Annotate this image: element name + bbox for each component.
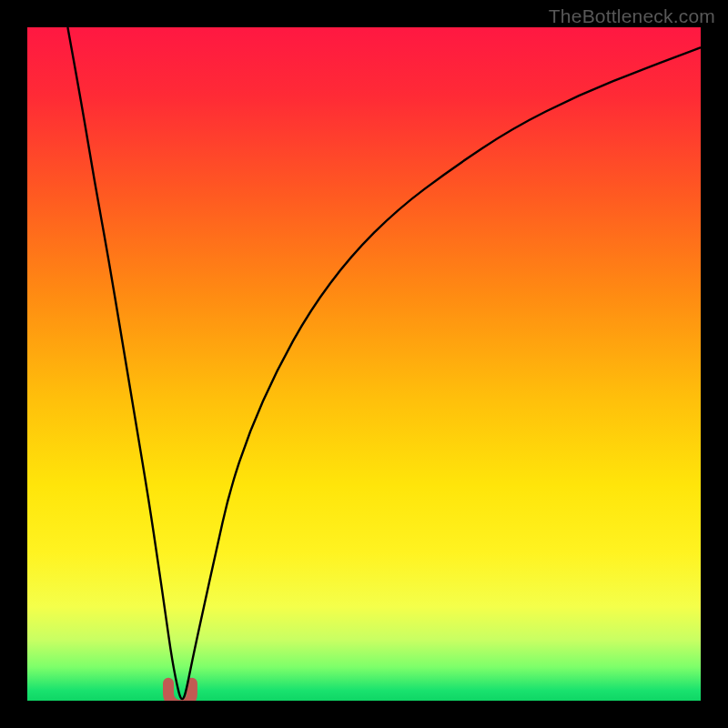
- curve-layer: [27, 27, 701, 701]
- watermark-text: TheBottleneck.com: [549, 5, 715, 27]
- bottleneck-curve: [67, 27, 701, 699]
- outer-frame: TheBottleneck.com: [0, 0, 728, 728]
- plot-area: [27, 27, 701, 701]
